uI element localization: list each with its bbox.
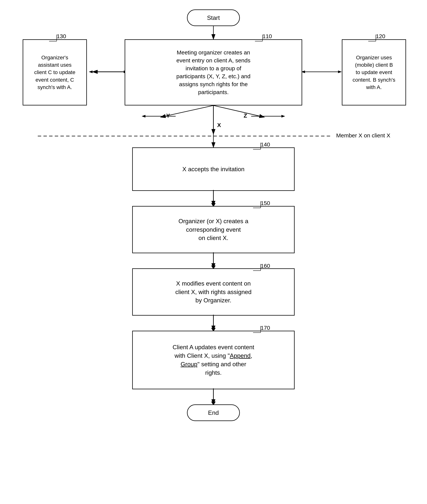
start-label: Start [207, 14, 220, 22]
svg-marker-27 [142, 115, 145, 117]
svg-marker-29 [281, 115, 285, 117]
svg-marker-7 [89, 70, 92, 73]
box-160-label: X modifies event content onclient X, wit… [175, 279, 252, 305]
box-170: Client A updates event contentwith Clien… [132, 331, 295, 389]
diagram-container: Start Meeting organizer creates anevent … [0, 0, 427, 504]
box-110: Meeting organizer creates anevent entry … [125, 39, 302, 105]
box-130: Organizer'sassistant usesclient C to upd… [23, 39, 87, 105]
box-140: X accepts the invitation [132, 147, 295, 191]
arrow-z-label: Z [244, 112, 247, 119]
box-170-label: Client A updates event contentwith Clien… [173, 343, 254, 377]
box-150: Organizer (or X) creates acorresponding … [132, 206, 295, 253]
end-label: End [208, 409, 219, 417]
box-110-label: Meeting organizer creates anevent entry … [176, 49, 251, 96]
box-120-label: Organizer uses(mobile) client Bto update… [353, 54, 395, 91]
box-120: Organizer uses(mobile) client Bto update… [342, 39, 406, 105]
arrow-x-label: X [217, 122, 221, 128]
box-150-label: Organizer (or X) creates acorresponding … [178, 217, 248, 242]
box-130-label: Organizer'sassistant usesclient C to upd… [34, 54, 75, 91]
svg-marker-11 [338, 70, 342, 73]
start-node: Start [187, 9, 240, 26]
box-140-label: X accepts the invitation [182, 165, 244, 173]
end-node: End [187, 404, 240, 421]
member-x-label: Member X on client X [336, 132, 390, 139]
box-160: X modifies event content onclient X, wit… [132, 268, 295, 316]
